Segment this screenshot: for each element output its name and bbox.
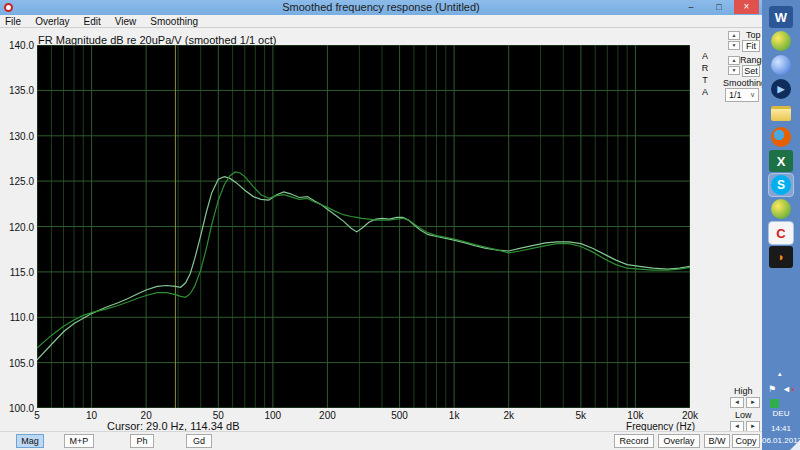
mute-mark: × bbox=[791, 386, 795, 393]
smoothing-label: Smoothing bbox=[723, 78, 766, 88]
network-icon[interactable] bbox=[770, 399, 779, 408]
range-up-spinner[interactable]: ▲ bbox=[728, 56, 740, 65]
language-indicator[interactable]: DEU bbox=[762, 409, 800, 418]
x-tick-label: 5k bbox=[576, 410, 587, 421]
plot-canvas[interactable] bbox=[37, 45, 690, 408]
top-label: Top bbox=[746, 30, 761, 40]
taskbar-word-icon[interactable]: W bbox=[769, 6, 793, 28]
folder-icon bbox=[771, 106, 791, 121]
minimize-button[interactable]: – bbox=[682, 0, 700, 14]
record-button[interactable]: Record bbox=[614, 434, 654, 448]
clock-time[interactable]: 14:41 bbox=[762, 424, 800, 433]
ph-button[interactable]: Ph bbox=[130, 434, 154, 448]
y-tick-label: 105.0 bbox=[1, 358, 34, 369]
fit-button[interactable]: Fit bbox=[742, 40, 760, 52]
smoothing-select[interactable]: 1/1 ∨ bbox=[725, 88, 759, 102]
m-plus-p-button[interactable]: M+P bbox=[64, 434, 94, 448]
x-tick-label: 20k bbox=[682, 410, 698, 421]
swirl-icon bbox=[771, 199, 791, 219]
speaker-icon: ◄ bbox=[782, 384, 791, 394]
y-tick-label: 115.0 bbox=[1, 267, 34, 278]
desktop: Smoothed frequency response (Untitled) –… bbox=[0, 0, 800, 450]
window-title: Smoothed frequency response (Untitled) bbox=[0, 1, 762, 13]
range-down-spinner[interactable]: ▼ bbox=[728, 66, 740, 75]
x-tick-label: 10 bbox=[86, 410, 97, 421]
arta-watermark: ARTA bbox=[699, 50, 711, 98]
top-down-spinner[interactable]: ▼ bbox=[728, 41, 740, 50]
show-desktop-button[interactable] bbox=[790, 440, 800, 450]
taskbar-media-swirl-icon[interactable] bbox=[769, 30, 793, 52]
action-center-flag-icon[interactable]: ⚑ bbox=[768, 384, 776, 394]
chevron-down-icon: ∨ bbox=[750, 89, 755, 101]
y-tick-label: 135.0 bbox=[1, 85, 34, 96]
smoothing-value: 1/1 bbox=[729, 90, 742, 100]
x-tick-label: 10k bbox=[627, 410, 643, 421]
taskbar-firefox-icon[interactable] bbox=[769, 126, 793, 148]
swirl-icon bbox=[771, 31, 791, 51]
gd-button[interactable]: Gd bbox=[186, 434, 212, 448]
y-tick-label: 100.0 bbox=[1, 403, 34, 414]
taskbar-blue-swirl-icon[interactable] bbox=[769, 54, 793, 76]
x-tick-label: 5 bbox=[34, 410, 40, 421]
set-button[interactable]: Set bbox=[742, 65, 760, 77]
menu-smoothing[interactable]: Smoothing bbox=[143, 15, 205, 28]
menu-file[interactable]: File bbox=[0, 15, 28, 28]
taskbar-media-player-icon[interactable]: ▶ bbox=[769, 78, 793, 100]
titlebar[interactable]: Smoothed frequency response (Untitled) –… bbox=[0, 0, 762, 15]
y-tick-label: 120.0 bbox=[1, 222, 34, 233]
x-tick-label: 2k bbox=[503, 410, 514, 421]
blue-swirl-icon bbox=[771, 55, 791, 75]
bw-button[interactable]: B/W bbox=[704, 434, 730, 448]
high-fr-left-button[interactable]: ◄ bbox=[730, 397, 744, 408]
high-fr-right-button[interactable]: ► bbox=[746, 397, 760, 408]
copy-button[interactable]: Copy bbox=[732, 434, 760, 448]
curve-measurement-dark-green bbox=[37, 172, 690, 348]
firefox-icon bbox=[771, 127, 791, 147]
taskbar-excel-icon[interactable]: X bbox=[769, 150, 793, 172]
x-tick-label: 500 bbox=[391, 410, 408, 421]
taskbar-skype-icon[interactable]: S bbox=[769, 174, 793, 196]
top-up-spinner[interactable]: ▲ bbox=[728, 31, 740, 40]
y-tick-label: 125.0 bbox=[1, 176, 34, 187]
y-tick-label: 110.0 bbox=[1, 312, 34, 323]
taskbar-folder-icon[interactable] bbox=[769, 102, 793, 124]
skype-icon: S bbox=[771, 175, 791, 195]
maximize-button[interactable]: □ bbox=[710, 0, 728, 14]
y-tick-label: 140.0 bbox=[1, 40, 34, 51]
speaker-muted-icon[interactable]: ◄× bbox=[782, 384, 795, 394]
y-tick-label: 130.0 bbox=[1, 131, 34, 142]
menu-view[interactable]: View bbox=[108, 15, 144, 28]
x-tick-label: 1k bbox=[449, 410, 460, 421]
play-icon: ▶ bbox=[771, 79, 791, 99]
frequency-response-plot[interactable] bbox=[37, 45, 690, 408]
menu-edit[interactable]: Edit bbox=[77, 15, 108, 28]
taskbar: W ▶ X S C ◗ ▴ ⚑ ◄× DEU 14:41 06.01.2013 bbox=[762, 0, 800, 450]
overlay-button[interactable]: Overlay bbox=[658, 434, 700, 448]
mag-button[interactable]: Mag bbox=[16, 434, 44, 448]
x-tick-label: 200 bbox=[319, 410, 336, 421]
taskbar-media-swirl2-icon[interactable] bbox=[769, 198, 793, 220]
close-button[interactable]: × bbox=[734, 0, 759, 14]
curve-measurement-light-green bbox=[37, 177, 690, 360]
taskbar-orange-app-icon[interactable]: ◗ bbox=[769, 246, 793, 268]
x-tick-label: 100 bbox=[265, 410, 282, 421]
menu-overlay[interactable]: Overlay bbox=[28, 15, 76, 28]
arta-window: Smoothed frequency response (Untitled) –… bbox=[0, 0, 762, 450]
statusbar: Mag M+P Ph Gd Record Overlay B/W Copy bbox=[0, 431, 762, 450]
taskbar-arta-icon[interactable]: C bbox=[769, 222, 793, 244]
hidden-icons-arrow[interactable]: ▴ bbox=[778, 370, 782, 378]
menubar: File Overlay Edit View Smoothing bbox=[0, 15, 762, 28]
